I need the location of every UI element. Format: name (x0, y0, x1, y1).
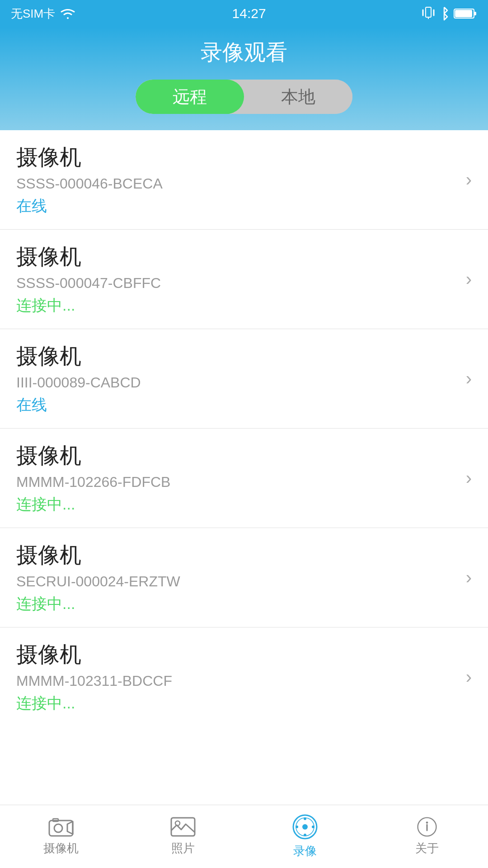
camera-item-4[interactable]: 摄像机 SECRUI-000024-ERZTW 连接中... › (0, 528, 488, 627)
svg-point-11 (175, 821, 180, 826)
page-title: 录像观看 (201, 38, 287, 67)
svg-point-15 (304, 834, 306, 836)
camera-item-3[interactable]: 摄像机 MMMM-102266-FDFCB 连接中... › (0, 429, 488, 528)
camera-id-1: SSSS-000047-CBFFC (16, 275, 161, 292)
wifi-icon (60, 7, 76, 20)
camera-item-0[interactable]: 摄像机 SSSS-000046-BCECA 在线 › (0, 130, 488, 230)
camera-name-3: 摄像机 (16, 441, 170, 470)
nav-label-about: 关于 (415, 840, 439, 856)
camera-status-5: 连接中... (16, 693, 172, 714)
camera-info-4: 摄像机 SECRUI-000024-ERZTW 连接中... (16, 541, 180, 614)
bottom-nav: 摄像机 照片 录像 关于 (0, 805, 488, 868)
tab-remote[interactable]: 远程 (136, 80, 244, 114)
camera-id-3: MMMM-102266-FDFCB (16, 474, 170, 491)
camera-item-2[interactable]: 摄像机 IIII-000089-CABCD 在线 › (0, 329, 488, 429)
camera-list: 摄像机 SSSS-000046-BCECA 在线 › 摄像机 SSSS-0000… (0, 130, 488, 805)
info-nav-icon (414, 817, 440, 837)
nav-label-record: 录像 (293, 843, 317, 859)
chevron-icon-3: › (466, 468, 472, 488)
camera-info-1: 摄像机 SSSS-000047-CBFFC 连接中... (16, 242, 161, 316)
svg-rect-5 (455, 10, 472, 17)
camera-status-4: 连接中... (16, 594, 180, 614)
status-right (422, 5, 477, 22)
svg-point-16 (296, 826, 298, 828)
svg-point-8 (54, 824, 62, 832)
camera-nav-icon (48, 817, 74, 837)
svg-point-17 (312, 826, 314, 828)
camera-name-2: 摄像机 (16, 342, 141, 371)
camera-name-5: 摄像机 (16, 640, 172, 669)
vibrate-icon (422, 5, 435, 22)
camera-item-5[interactable]: 摄像机 MMMM-102311-BDCCF 连接中... › (0, 627, 488, 726)
nav-label-photo: 照片 (171, 840, 195, 856)
camera-status-3: 连接中... (16, 494, 170, 515)
camera-name-1: 摄像机 (16, 242, 161, 271)
nav-label-camera: 摄像机 (43, 840, 79, 856)
camera-status-0: 在线 (16, 196, 163, 217)
battery-icon (454, 7, 477, 20)
tab-switcher: 远程 本地 (136, 80, 352, 114)
chevron-icon-0: › (466, 170, 472, 190)
status-time: 14:27 (232, 6, 266, 21)
bluetooth-icon (439, 5, 449, 22)
camera-id-5: MMMM-102311-BDCCF (16, 673, 172, 689)
camera-id-4: SECRUI-000024-ERZTW (16, 573, 180, 590)
nav-item-record[interactable]: 录像 (244, 805, 366, 868)
camera-item-1[interactable]: 摄像机 SSSS-000047-CBFFC 连接中... › (0, 230, 488, 329)
chevron-icon-2: › (466, 368, 472, 389)
tab-local[interactable]: 本地 (244, 80, 352, 114)
camera-name-4: 摄像机 (16, 541, 180, 570)
camera-info-2: 摄像机 IIII-000089-CABCD 在线 (16, 342, 141, 415)
photo-nav-icon (170, 817, 196, 837)
svg-point-18 (302, 824, 308, 830)
camera-status-1: 连接中... (16, 295, 161, 316)
record-nav-icon (292, 814, 318, 840)
svg-point-21 (426, 821, 428, 824)
camera-id-2: IIII-000089-CABCD (16, 374, 141, 391)
chevron-icon-4: › (466, 567, 472, 588)
camera-info-3: 摄像机 MMMM-102266-FDFCB 连接中... (16, 441, 170, 515)
no-sim-text: 无SIM卡 (11, 6, 55, 22)
camera-status-2: 在线 (16, 395, 141, 415)
svg-point-14 (304, 817, 306, 820)
svg-rect-6 (474, 12, 476, 15)
chevron-icon-5: › (466, 667, 472, 687)
camera-info-0: 摄像机 SSSS-000046-BCECA 在线 (16, 143, 163, 217)
status-left: 无SIM卡 (11, 6, 76, 22)
nav-item-photo[interactable]: 照片 (122, 805, 244, 868)
camera-name-0: 摄像机 (16, 143, 163, 172)
header: 录像观看 远程 本地 (0, 27, 488, 130)
nav-item-camera[interactable]: 摄像机 (0, 805, 122, 868)
camera-info-5: 摄像机 MMMM-102311-BDCCF 连接中... (16, 640, 172, 714)
camera-id-0: SSSS-000046-BCECA (16, 175, 163, 192)
status-bar: 无SIM卡 14:27 (0, 0, 488, 27)
nav-item-about[interactable]: 关于 (366, 805, 488, 868)
svg-rect-0 (426, 7, 431, 17)
chevron-icon-1: › (466, 269, 472, 289)
